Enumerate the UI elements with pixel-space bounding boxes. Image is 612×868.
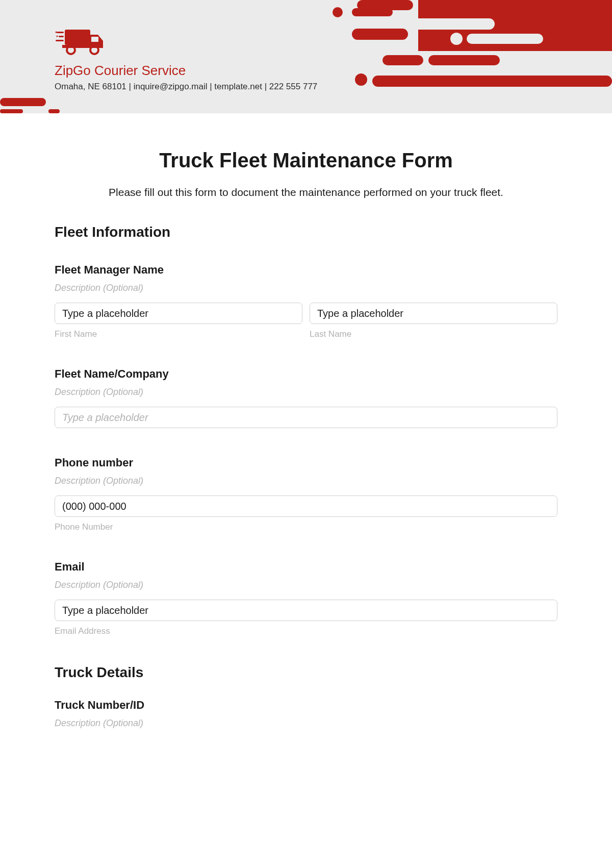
svg-rect-13 <box>0 109 23 113</box>
svg-rect-12 <box>0 98 46 106</box>
field-truck-id: Truck Number/ID Description (Optional) <box>55 699 557 729</box>
svg-rect-11 <box>372 76 612 87</box>
form-subtitle: Please fill out this form to document th… <box>55 186 557 199</box>
svg-rect-14 <box>48 109 60 113</box>
email-sublabel: Email Address <box>55 626 557 636</box>
company-input[interactable] <box>55 407 557 428</box>
svg-point-24 <box>57 36 58 37</box>
last-name-sublabel: Last Name <box>310 329 557 339</box>
field-fleet-manager-name: Fleet Manager Name Description (Optional… <box>55 263 557 339</box>
svg-rect-8 <box>428 55 500 65</box>
first-name-sublabel: First Name <box>55 329 302 339</box>
field-fleet-company: Fleet Name/Company Description (Optional… <box>55 367 557 428</box>
logo-block: ZipGo Courier Service Omaha, NE 68101 | … <box>55 26 317 92</box>
svg-rect-20 <box>57 32 64 33</box>
svg-rect-3 <box>352 8 393 16</box>
phone-input[interactable] <box>55 495 557 517</box>
svg-rect-16 <box>91 37 98 42</box>
field-description: Description (Optional) <box>55 476 557 486</box>
field-label: Email <box>55 560 557 574</box>
svg-rect-9 <box>382 55 423 65</box>
field-email: Email Description (Optional) Email Addre… <box>55 560 557 636</box>
svg-rect-22 <box>56 40 64 41</box>
letterhead-header: ZipGo Courier Service Omaha, NE 68101 | … <box>0 0 612 113</box>
email-input[interactable] <box>55 600 557 621</box>
company-info: Omaha, NE 68101 | inquire@zipgo.mail | t… <box>55 82 317 92</box>
last-name-input[interactable] <box>310 303 557 324</box>
svg-rect-6 <box>467 34 543 44</box>
company-name: ZipGo Courier Service <box>55 63 317 79</box>
truck-icon <box>55 26 106 56</box>
svg-point-10 <box>355 73 367 86</box>
field-label: Phone number <box>55 456 557 469</box>
svg-rect-7 <box>352 29 408 40</box>
section-fleet-info-heading: Fleet Information <box>55 224 557 240</box>
decorative-shapes-top-right <box>326 0 612 87</box>
form-content: Truck Fleet Maintenance Form Please fill… <box>0 113 612 758</box>
svg-point-5 <box>450 33 463 45</box>
section-truck-details-heading: Truck Details <box>55 664 557 681</box>
svg-rect-21 <box>59 36 64 37</box>
first-name-input[interactable] <box>55 303 302 324</box>
field-phone-number: Phone number Description (Optional) Phon… <box>55 456 557 532</box>
field-label: Fleet Name/Company <box>55 367 557 381</box>
field-description: Description (Optional) <box>55 718 557 729</box>
field-label: Truck Number/ID <box>55 699 557 712</box>
field-description: Description (Optional) <box>55 283 557 293</box>
field-description: Description (Optional) <box>55 387 557 398</box>
svg-rect-15 <box>65 30 90 45</box>
phone-sublabel: Phone Number <box>55 522 557 532</box>
field-description: Description (Optional) <box>55 580 557 590</box>
decorative-shapes-bottom-left <box>0 98 71 113</box>
svg-point-23 <box>56 32 57 33</box>
field-label: Fleet Manager Name <box>55 263 557 277</box>
svg-rect-4 <box>393 18 495 30</box>
form-title: Truck Fleet Maintenance Form <box>55 149 557 172</box>
svg-point-2 <box>333 7 343 17</box>
